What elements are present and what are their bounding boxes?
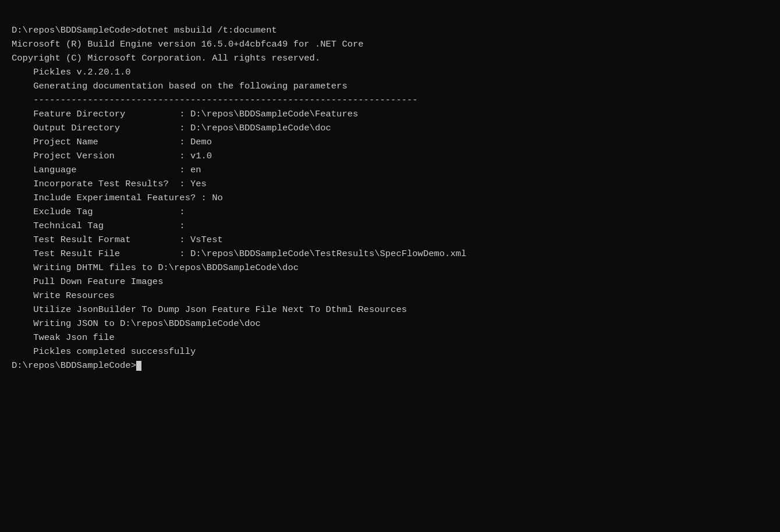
terminal-line-write-resources: Write Resources (12, 289, 768, 303)
terminal-line-pull-down: Pull Down Feature Images (12, 275, 768, 289)
terminal-line-pickles-complete: Pickles completed successfully (12, 345, 768, 359)
terminal-line-tweak-json: Tweak Json file (12, 331, 768, 345)
terminal-line-technical-tag: Technical Tag : (12, 219, 768, 233)
terminal-line-result-file: Test Result File : D:\repos\BDDSampleCod… (12, 247, 768, 261)
terminal-line-build-engine: Microsoft (R) Build Engine version 16.5.… (12, 37, 768, 51)
terminal-line-project-name: Project Name : Demo (12, 135, 768, 149)
terminal-line-cmd-line: D:\repos\BDDSampleCode>dotnet msbuild /t… (12, 23, 768, 37)
terminal-line-test-results: Incorporate Test Results? : Yes (12, 177, 768, 191)
terminal-line-pickles-version: Pickles v.2.20.1.0 (12, 65, 768, 79)
terminal-line-prompt: D:\repos\BDDSampleCode> (12, 359, 768, 373)
terminal-line-output-dir: Output Directory : D:\repos\BDDSampleCod… (12, 121, 768, 135)
terminal-line-utilize-json: Utilize JsonBuilder To Dump Json Feature… (12, 303, 768, 317)
terminal-line-result-format: Test Result Format : VsTest (12, 233, 768, 247)
terminal-line-exclude-tag: Exclude Tag : (12, 205, 768, 219)
terminal-line-writing-json: Writing JSON to D:\repos\BDDSampleCode\d… (12, 317, 768, 331)
terminal-line-separator: ----------------------------------------… (12, 93, 768, 107)
terminal-line-generating: Generating documentation based on the fo… (12, 79, 768, 93)
terminal-cursor (136, 361, 141, 371)
terminal-line-feature-dir: Feature Directory : D:\repos\BDDSampleCo… (12, 107, 768, 121)
terminal-line-copyright: Copyright (C) Microsoft Corporation. All… (12, 51, 768, 65)
terminal-line-language: Language : en (12, 163, 768, 177)
terminal-line-project-version: Project Version : v1.0 (12, 149, 768, 163)
terminal-window: D:\repos\BDDSampleCode>dotnet msbuild /t… (0, 0, 780, 532)
terminal-line-experimental: Include Experimental Features? : No (12, 191, 768, 205)
terminal-line-writing-dhtml: Writing DHTML files to D:\repos\BDDSampl… (12, 261, 768, 275)
